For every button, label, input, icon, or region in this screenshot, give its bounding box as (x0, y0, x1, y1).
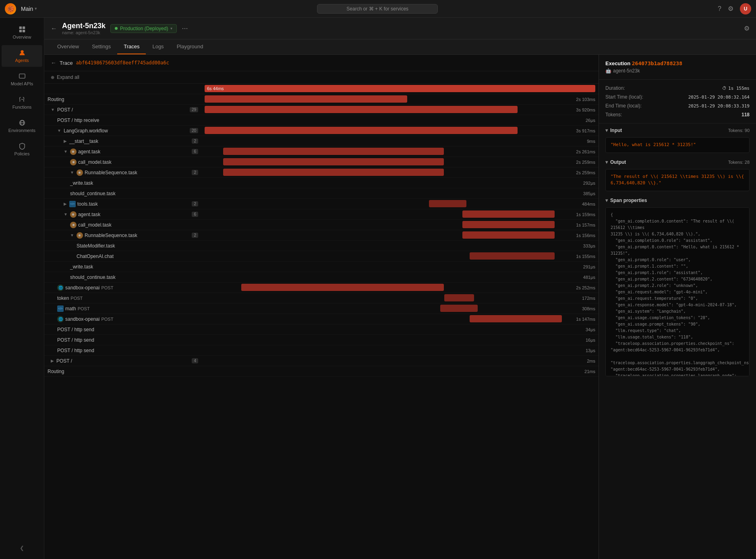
row-name: LangGraph.workflow (64, 128, 108, 134)
agents-icon (19, 49, 26, 56)
row-bar (462, 221, 555, 228)
output-toggle[interactable]: ▾ (605, 159, 608, 165)
expand-all-label: Expand all (57, 74, 79, 80)
sidebar-item-environments[interactable]: Environments (2, 115, 42, 137)
navbar-title[interactable]: Main ▾ (21, 6, 37, 12)
timeline-row[interactable]: ▶ </> tools.task 2 484ms (44, 199, 599, 209)
collapse-icon: ❮ (20, 545, 24, 551)
trace-panel: ← Trace abf64198675603df8eeff745add00a6c… (44, 55, 599, 559)
timeline-row[interactable]: ▶ POST / 4 2ms (44, 356, 599, 366)
timeline-row[interactable]: POST / http send 13μs (44, 345, 599, 356)
tab-playground[interactable]: Playground (170, 39, 210, 54)
expand-caret[interactable]: ▶ (64, 139, 67, 143)
timeline-row[interactable]: ChatOpenAI.chat 1s 155ms (44, 251, 599, 262)
row-method: POST (78, 306, 90, 311)
timeline-row[interactable]: should_continue.task 481μs (44, 272, 599, 283)
timeline-row[interactable]: ▼ ◉ RunnableSequence.task 2 1s 156ms (44, 230, 599, 241)
tab-overview[interactable]: Overview (51, 39, 85, 54)
sidebar-item-functions[interactable]: Functions (2, 92, 42, 113)
row-name: __start__task (69, 138, 98, 144)
row-label: POST / http receive (44, 118, 201, 123)
span-toggle[interactable]: ▾ (605, 198, 608, 203)
row-bar-area (201, 356, 587, 366)
user-avatar[interactable]: U (740, 3, 751, 14)
trace-back-button[interactable]: ← (51, 60, 56, 66)
sidebar-item-overview[interactable]: Overview (2, 22, 42, 43)
settings-icon[interactable]: ⚙ (728, 5, 733, 12)
root-bar-area: 6s 44ms (201, 84, 599, 94)
row-bar-area (201, 199, 582, 209)
timeline-row[interactable]: POST / http send 16μs (44, 335, 599, 345)
expand-caret[interactable]: ▼ (57, 128, 61, 133)
timeline-row[interactable]: ▼ LangGraph.workflow 20 3s 917ms (44, 126, 599, 136)
timeline-row[interactable]: ◉ call_model.task 1s 157ms (44, 220, 599, 230)
env-badge[interactable]: Production (Deployed) ▾ (110, 24, 177, 33)
svg-rect-1 (22, 27, 25, 29)
row-time: 292μs (583, 181, 599, 186)
expand-all-row[interactable]: ⊕ Expand all (44, 71, 599, 84)
info-table: Duration: ⏱ 1s 155ms Start Time (local):… (599, 80, 756, 124)
expand-caret[interactable]: ▼ (64, 149, 68, 154)
tab-traces[interactable]: Traces (117, 39, 146, 54)
svg-rect-2 (19, 30, 21, 32)
badge: 6 (192, 149, 198, 154)
badge: 2 (192, 170, 198, 175)
row-bar-area (201, 94, 576, 104)
sidebar-model-apis-label: Model APIs (11, 81, 33, 86)
row-label: ▼ POST / 29 (44, 107, 201, 113)
tab-settings[interactable]: Settings (85, 39, 117, 54)
timeline-row[interactable]: Routing 21ms (44, 366, 599, 377)
help-icon[interactable]: ? (718, 5, 721, 12)
timeline-row[interactable]: _write.task 291μs (44, 262, 599, 272)
expand-caret[interactable]: ▼ (70, 170, 74, 175)
expand-caret[interactable]: ▶ (51, 359, 54, 363)
sidebar-item-policies[interactable]: Policies (2, 138, 42, 160)
tab-logs[interactable]: Logs (146, 39, 170, 54)
app-logo[interactable]: 🏀 (5, 3, 16, 14)
timeline-row[interactable]: ▼ ◉ RunnableSequence.task 2 2s 259ms (44, 167, 599, 178)
timeline-row[interactable]: StateModifier.task 333μs (44, 241, 599, 251)
timeline-row[interactable]: _write.task 292μs (44, 178, 599, 188)
badge: 29 (190, 107, 198, 112)
row-label: Routing (44, 369, 201, 374)
expand-caret[interactable]: ▶ (64, 202, 67, 206)
row-bar-area (201, 345, 586, 355)
input-toggle[interactable]: ▾ (605, 128, 608, 133)
more-options-button[interactable]: ··· (182, 24, 188, 33)
timeline-row[interactable]: ▼ POST / 29 3s 920ms (44, 105, 599, 115)
nav-chevron-icon: ▾ (35, 6, 37, 11)
row-name: RunnableSequence.task (85, 233, 137, 238)
filter-button[interactable]: ⚙ (744, 25, 750, 32)
timeline-row[interactable]: ▼ ◉ agent.task 6 1s 159ms (44, 209, 599, 220)
input-code-block: "Hello, what is 215612 * 31235!" (605, 137, 750, 153)
sidebar-item-agents[interactable]: Agents (2, 45, 42, 67)
timeline-row[interactable]: Routing 2s 103ms (44, 94, 599, 105)
row-name: _write.task (70, 264, 93, 270)
execution-header: Execution 264073b1ad788238 🤖 agent-5n23k (599, 55, 756, 80)
timeline-row[interactable]: should_continue.task 385μs (44, 188, 599, 199)
timeline-row[interactable]: POST / http receive 26μs (44, 115, 599, 126)
expand-caret[interactable]: ▼ (64, 212, 68, 217)
row-label: ▼ ◉ RunnableSequence.task 2 (44, 232, 201, 239)
sidebar-item-model-apis[interactable]: Model APIs (2, 68, 42, 90)
timeline-row[interactable]: ◉ call_model.task 2s 259ms (44, 157, 599, 167)
row-time: 484ms (582, 202, 599, 206)
timeline-row[interactable]: ▶ __start__task 2 9ms (44, 136, 599, 146)
timeline-row[interactable]: ▼ ◉ agent.task 6 2s 261ms (44, 146, 599, 157)
nav-main-label: Main (21, 6, 33, 12)
expand-caret[interactable]: ▼ (51, 107, 55, 112)
row-time: 34μs (586, 327, 599, 332)
timeline-row[interactable]: 🌐 sandbox-openai POST 2s 252ms (44, 283, 599, 293)
row-label: ChatOpenAI.chat (44, 254, 201, 259)
timeline-row[interactable]: 🌐 sandbox-openai POST 1s 147ms (44, 314, 599, 324)
timeline-row[interactable]: </> math POST 308ms (44, 303, 599, 314)
timeline-row[interactable]: token POST 172ms (44, 293, 599, 303)
search-input[interactable]: Search or ⌘ + K for services (317, 4, 438, 14)
back-button[interactable]: ← (51, 25, 57, 32)
row-bar (205, 95, 407, 103)
timeline-row[interactable]: POST / http send 34μs (44, 324, 599, 335)
expand-caret[interactable]: ▼ (70, 233, 74, 237)
row-name: POST / http send (57, 327, 94, 332)
sidebar-collapse-btn[interactable]: ❮ (0, 540, 44, 556)
task-icon: ◉ (70, 222, 77, 228)
